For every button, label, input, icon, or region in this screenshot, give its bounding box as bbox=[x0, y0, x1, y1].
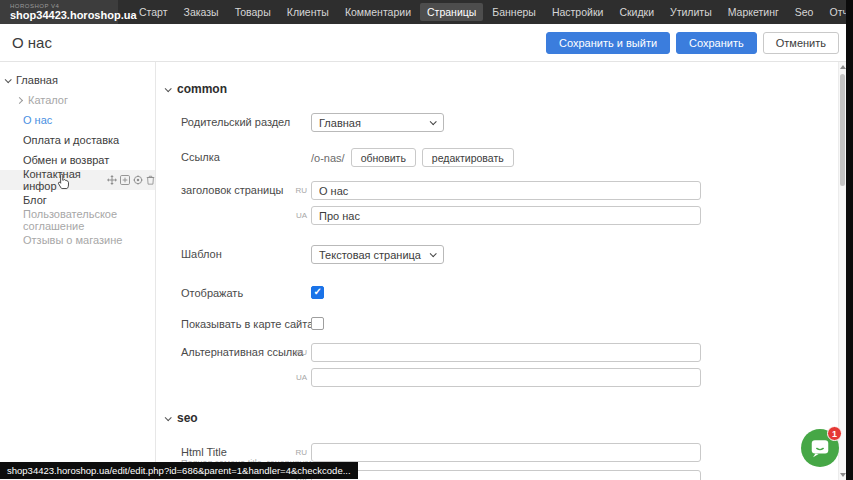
display-checkbox[interactable] bbox=[311, 286, 324, 299]
save-and-exit-button[interactable]: Сохранить и выйти bbox=[546, 32, 670, 54]
field-label: Альтернативная ссылка bbox=[181, 346, 303, 358]
field-template: Шаблон Текстовая страница bbox=[157, 245, 838, 265]
alt-link-ru-input[interactable] bbox=[311, 343, 701, 362]
field-label: Ссылка bbox=[181, 151, 220, 163]
field-label: Родительский раздел bbox=[181, 116, 290, 128]
app-window: HOROSHOP V4 shop34423.horoshop.ua Старт … bbox=[0, 0, 853, 480]
sidebar-item-label: Обмен и возврат bbox=[23, 154, 109, 166]
sidebar-item-exchange-return[interactable]: Обмен и возврат bbox=[0, 150, 155, 170]
menu-pages[interactable]: Страницы bbox=[420, 3, 483, 21]
drag-move-icon[interactable] bbox=[107, 175, 117, 185]
lang-ru-badge: RU bbox=[291, 448, 307, 457]
html-title-ru-input[interactable] bbox=[311, 443, 701, 462]
chevron-down-icon[interactable] bbox=[5, 76, 12, 83]
page-header: О нас Сохранить и выйти Сохранить Отмени… bbox=[0, 24, 853, 62]
sidebar-item-label: Каталог bbox=[28, 94, 68, 106]
lang-ua-badge: UA bbox=[291, 211, 307, 220]
sidebar-item-label: Отзывы о магазине bbox=[23, 234, 122, 246]
lang-ru-badge: RU bbox=[291, 348, 307, 357]
page-title: О нас bbox=[12, 34, 52, 51]
section-title: seo bbox=[177, 411, 198, 425]
field-page-title-ru: заголовок страницы RU bbox=[157, 181, 838, 201]
field-label: Показывать в карте сайта bbox=[181, 318, 313, 330]
select-value: Главная bbox=[319, 117, 361, 129]
chevron-right-icon[interactable] bbox=[16, 96, 23, 103]
menu-settings[interactable]: Настройки bbox=[545, 3, 611, 21]
sidebar-item-label: Оплата и доставка bbox=[23, 134, 119, 146]
chat-bubble-icon bbox=[809, 437, 831, 459]
settings-gear-icon[interactable] bbox=[133, 175, 143, 185]
menu-seo[interactable]: Seo bbox=[788, 3, 821, 21]
chevron-down-icon bbox=[430, 250, 437, 257]
menu-marketing[interactable]: Маркетинг bbox=[721, 3, 786, 21]
cancel-button[interactable]: Отменить bbox=[763, 32, 839, 54]
menu-start[interactable]: Старт bbox=[132, 3, 175, 21]
field-alt-link-ru: Альтернативная ссылка RU bbox=[157, 343, 838, 363]
screen-edge-stripe bbox=[846, 0, 853, 480]
field-label: Отображать bbox=[181, 287, 243, 299]
status-url-tooltip: shop34423.horoshop.ua/edit/edit.php?id=6… bbox=[0, 462, 358, 479]
sidebar-item-payment-delivery[interactable]: Оплата и доставка bbox=[0, 130, 155, 150]
menu-comments[interactable]: Комментарии bbox=[338, 3, 418, 21]
logo-domain: shop34423.horoshop.ua bbox=[10, 10, 108, 21]
section-common-header[interactable]: common bbox=[165, 82, 227, 96]
select-value: Текстовая страница bbox=[319, 249, 421, 261]
menu-utilities[interactable]: Утилиты bbox=[663, 3, 719, 21]
sidebar-item-label: О нас bbox=[23, 114, 52, 126]
page-title-ru-input[interactable] bbox=[311, 181, 701, 200]
lang-ua-badge: UA bbox=[291, 373, 307, 382]
menu-discounts[interactable]: Скидки bbox=[612, 3, 661, 21]
alt-link-ua-input[interactable] bbox=[311, 368, 701, 387]
vertical-scrollbar[interactable] bbox=[838, 62, 846, 480]
sidebar-item-user-agreement[interactable]: Пользовательское соглашение bbox=[0, 210, 155, 230]
field-sitemap: Показывать в карте сайта bbox=[157, 315, 838, 335]
section-title: common bbox=[177, 82, 227, 96]
field-alt-link-ua: UA bbox=[157, 368, 838, 388]
menu-banners[interactable]: Баннеры bbox=[485, 3, 543, 21]
field-parent-section: Родительский раздел Главная bbox=[157, 113, 838, 133]
chevron-down-icon bbox=[165, 85, 172, 92]
pages-tree-sidebar: Главная Каталог О нас Оплата и доставка … bbox=[0, 62, 156, 480]
sidebar-item-store-reviews[interactable]: Отзывы о магазине bbox=[0, 230, 155, 250]
tree-item-actions bbox=[107, 175, 155, 185]
sidebar-item-about[interactable]: О нас bbox=[0, 110, 155, 130]
field-display: Отображать bbox=[157, 284, 838, 304]
link-path: /o-nas/ bbox=[311, 152, 345, 164]
menu-clients[interactable]: Клиенты bbox=[280, 3, 336, 21]
sidebar-item-label: Блог bbox=[23, 194, 47, 206]
chat-widget-button[interactable]: 1 bbox=[801, 429, 839, 467]
sitemap-checkbox[interactable] bbox=[311, 317, 324, 330]
add-icon[interactable] bbox=[120, 175, 130, 185]
menu-products[interactable]: Товары bbox=[228, 3, 278, 21]
sidebar-item-contact-info[interactable]: Контактная инфор bbox=[0, 170, 155, 190]
sidebar-item-catalog[interactable]: Каталог bbox=[0, 90, 155, 110]
menu-orders[interactable]: Заказы bbox=[177, 3, 226, 21]
chat-unread-badge: 1 bbox=[827, 426, 842, 441]
topbar: HOROSHOP V4 shop34423.horoshop.ua Старт … bbox=[0, 0, 853, 24]
sidebar-item-blog[interactable]: Блог bbox=[0, 190, 155, 210]
field-label: заголовок страницы bbox=[181, 184, 283, 196]
html-title-ua-input[interactable] bbox=[311, 470, 701, 480]
field-label: Html Title bbox=[181, 446, 227, 458]
parent-section-select[interactable]: Главная bbox=[311, 113, 444, 132]
field-page-title-ua: UA bbox=[157, 206, 838, 226]
main-menu: Старт Заказы Товары Клиенты Комментарии … bbox=[132, 3, 853, 21]
refresh-link-button[interactable]: обновить bbox=[351, 148, 416, 167]
sidebar-item-label: Пользовательское соглашение bbox=[23, 208, 155, 232]
template-select[interactable]: Текстовая страница bbox=[311, 245, 444, 264]
logo[interactable]: HOROSHOP V4 shop34423.horoshop.ua bbox=[0, 0, 118, 24]
scrollbar-thumb[interactable] bbox=[840, 74, 845, 186]
section-seo-header[interactable]: seo bbox=[165, 411, 198, 425]
sidebar-item-label: Контактная инфор bbox=[23, 168, 102, 192]
sidebar-item-home[interactable]: Главная bbox=[0, 70, 155, 90]
edit-link-button[interactable]: редактировать bbox=[422, 148, 514, 167]
header-actions: Сохранить и выйти Сохранить Отменить bbox=[546, 32, 839, 54]
delete-trash-icon[interactable] bbox=[146, 175, 155, 185]
page-title-ua-input[interactable] bbox=[311, 206, 701, 225]
chevron-down-icon bbox=[165, 414, 172, 421]
chevron-down-icon bbox=[430, 118, 437, 125]
lang-ru-badge: RU bbox=[291, 186, 307, 195]
save-button[interactable]: Сохранить bbox=[676, 32, 757, 54]
field-link: Ссылка /o-nas/ обновить редактировать bbox=[157, 148, 838, 168]
field-html-title-ru: Html Title Полная замена title, генериру… bbox=[157, 443, 838, 463]
